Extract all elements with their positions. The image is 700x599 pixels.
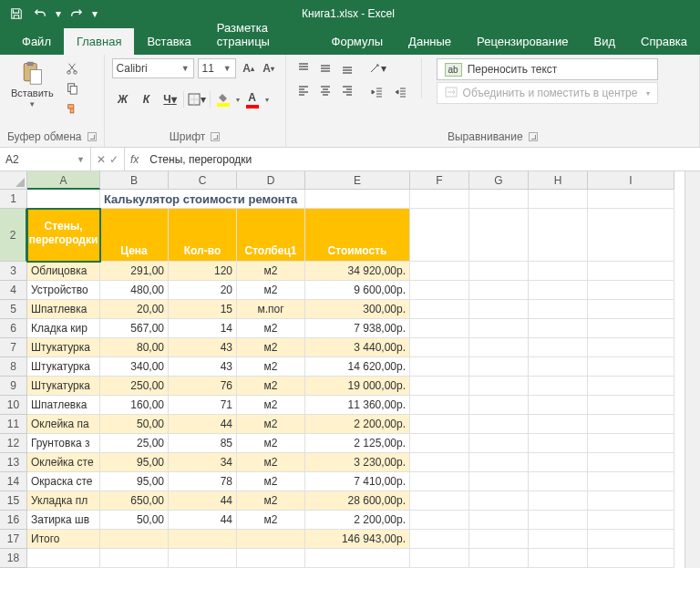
row-header[interactable]: 4 (0, 281, 27, 300)
align-middle-icon[interactable] (315, 58, 335, 78)
cell[interactable]: 20 (169, 281, 237, 300)
cell[interactable] (469, 300, 529, 319)
cell[interactable] (410, 530, 469, 549)
worksheet-grid[interactable]: ABCDEFGHI 1Калькулятор стоимости ремонта… (0, 171, 700, 568)
cell[interactable]: 9 600,00р. (305, 281, 410, 300)
cell[interactable] (588, 434, 674, 453)
cell[interactable]: 11 360,00р. (305, 396, 410, 415)
cell[interactable]: Окраска сте (27, 472, 100, 491)
cell[interactable] (237, 549, 305, 568)
cell[interactable]: Кладка кир (27, 319, 100, 338)
cell[interactable] (410, 434, 469, 453)
cell[interactable]: 250,00 (100, 377, 169, 396)
cell[interactable]: 160,00 (100, 396, 169, 415)
cell[interactable] (588, 511, 674, 530)
cell[interactable] (529, 453, 588, 472)
cell[interactable] (529, 338, 588, 357)
cell[interactable]: м2 (237, 319, 305, 338)
row-header[interactable]: 16 (0, 511, 27, 530)
tab-formulas[interactable]: Формулы (319, 28, 396, 55)
cell[interactable] (27, 190, 100, 209)
cell[interactable]: 44 (169, 415, 237, 434)
increase-font-icon[interactable]: А▴ (240, 59, 258, 77)
cell[interactable]: м2 (237, 472, 305, 491)
row-header[interactable]: 15 (0, 491, 27, 511)
tab-insert[interactable]: Вставка (134, 28, 203, 55)
align-bottom-icon[interactable] (337, 58, 357, 78)
cell[interactable]: 14 620,00р. (305, 357, 410, 377)
cell[interactable]: Затирка шв (27, 511, 100, 530)
cell[interactable]: 7 938,00р. (305, 319, 410, 338)
cell[interactable]: 3 230,00р. (305, 453, 410, 472)
row-header[interactable]: 14 (0, 472, 27, 491)
cell[interactable]: 15 (169, 300, 237, 319)
cell[interactable] (410, 377, 469, 396)
cell[interactable]: 2 125,00р. (305, 434, 410, 453)
col-header-G[interactable]: G (469, 171, 529, 190)
cell[interactable]: м2 (237, 262, 305, 281)
cell[interactable] (588, 491, 674, 511)
cell[interactable]: Оклейка сте (27, 453, 100, 472)
cell[interactable] (410, 415, 469, 434)
cell[interactable]: 80,00 (100, 338, 169, 357)
col-header-H[interactable]: H (529, 171, 588, 190)
cell[interactable] (529, 549, 588, 568)
align-top-icon[interactable] (293, 58, 314, 78)
font-launcher-icon[interactable] (211, 132, 220, 141)
cell[interactable] (410, 491, 469, 511)
cell[interactable]: 43 (169, 357, 237, 377)
name-box[interactable]: A2▼ (0, 148, 91, 170)
cell[interactable]: Шпатлевка (27, 396, 100, 415)
cell[interactable]: м2 (237, 434, 305, 453)
font-size-combo[interactable]: 11▼ (198, 58, 236, 78)
cell[interactable] (305, 549, 410, 568)
enter-formula-icon[interactable]: ✓ (109, 153, 118, 166)
cell[interactable] (529, 472, 588, 491)
cell[interactable] (588, 262, 674, 281)
cell[interactable] (410, 300, 469, 319)
cell[interactable] (27, 549, 100, 568)
cell[interactable] (529, 511, 588, 530)
row-header[interactable]: 17 (0, 530, 27, 549)
cell[interactable]: Устройство (27, 281, 100, 300)
paste-button[interactable]: Вставить ▼ (7, 58, 57, 110)
align-right-icon[interactable] (337, 80, 357, 100)
cell[interactable]: 50,00 (100, 415, 169, 434)
table-header[interactable]: Столбец1 (237, 209, 305, 262)
row-header[interactable]: 10 (0, 396, 27, 415)
table-header[interactable]: Стены, перегородки (27, 209, 100, 262)
cell[interactable]: 95,00 (100, 472, 169, 491)
col-header-F[interactable]: F (410, 171, 469, 190)
cell[interactable] (588, 453, 674, 472)
cell[interactable]: Оклейка па (27, 415, 100, 434)
cell[interactable] (588, 377, 674, 396)
cell[interactable] (529, 190, 588, 209)
cell[interactable] (588, 530, 674, 549)
cell[interactable] (469, 511, 529, 530)
tab-file[interactable]: Файл (9, 28, 64, 55)
cell[interactable] (588, 472, 674, 491)
cell[interactable]: 340,00 (100, 357, 169, 377)
title-cell[interactable]: Калькулятор стоимости ремонта (100, 190, 305, 209)
tab-home[interactable]: Главная (64, 28, 134, 55)
cell[interactable] (237, 530, 305, 549)
table-header[interactable]: Кол-во (169, 209, 237, 262)
merge-center-button[interactable]: Объединить и поместить в центре ▾ (437, 82, 659, 104)
cell[interactable]: 3 440,00р. (305, 338, 410, 357)
cell[interactable]: 291,00 (100, 262, 169, 281)
cell[interactable]: м2 (237, 396, 305, 415)
cell[interactable]: Облицовка (27, 262, 100, 281)
cell[interactable] (410, 209, 469, 262)
decrease-indent-icon[interactable] (366, 82, 388, 102)
table-header[interactable]: Стоимость (305, 209, 410, 262)
cell[interactable] (529, 491, 588, 511)
cell[interactable] (410, 319, 469, 338)
italic-button[interactable]: К (136, 89, 158, 109)
align-launcher-icon[interactable] (529, 132, 538, 141)
cell[interactable]: Грунтовка з (27, 434, 100, 453)
row-header[interactable]: 18 (0, 549, 27, 568)
cell[interactable] (588, 319, 674, 338)
cell[interactable] (410, 453, 469, 472)
cell[interactable]: 44 (169, 511, 237, 530)
cell[interactable] (469, 530, 529, 549)
